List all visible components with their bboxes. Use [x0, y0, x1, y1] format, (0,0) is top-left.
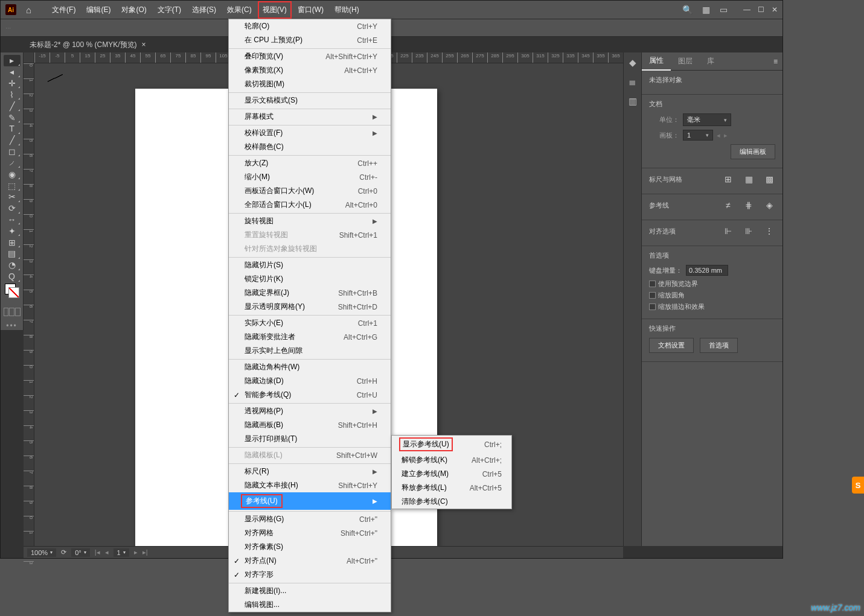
unit-dropdown[interactable]: 毫米▾ [683, 113, 731, 126]
rotate-icon[interactable]: ⟳ [61, 548, 66, 556]
menu-对象[interactable]: 对象(O) [117, 1, 151, 19]
guides-toggle-icon[interactable]: ≠ [722, 199, 734, 211]
menu-item[interactable]: 校样颜色(C) [229, 140, 391, 154]
zoom-dropdown[interactable]: 100%▾ [27, 548, 56, 557]
document-setup-button[interactable]: 文档设置 [649, 338, 694, 353]
prev-page-icon[interactable]: ◂ [105, 548, 109, 556]
ruler-icon[interactable]: ⊞ [722, 173, 734, 185]
tool-1[interactable]: ◂ [4, 66, 21, 78]
edit-artboard-button[interactable]: 编辑画板 [731, 144, 775, 159]
tool-19[interactable]: Q [4, 271, 21, 282]
menu-item[interactable]: 实际大小(E)Ctrl+1 [229, 315, 391, 330]
align-opt3-icon[interactable]: ⋮ [763, 225, 775, 237]
menu-item[interactable]: 显示网格(G)Ctrl+" [229, 511, 391, 526]
transparency-icon[interactable]: ▩ [763, 173, 775, 185]
ruler-vertical[interactable]: 0123456789012345678901234567890123 [24, 63, 34, 546]
menu-item[interactable]: 放大(Z)Ctrl++ [229, 155, 391, 170]
keyboard-increment-input[interactable] [686, 265, 728, 276]
preferences-button[interactable]: 首选项 [700, 338, 738, 353]
menu-item[interactable]: 在 CPU 上预览(P)Ctrl+E [229, 33, 391, 47]
menu-编辑[interactable]: 编辑(E) [82, 1, 115, 19]
frame-icon[interactable]: ▭ [720, 5, 728, 14]
tool-18[interactable]: ◔ [4, 259, 21, 271]
menu-item[interactable]: 显示打印拼贴(T) [229, 432, 391, 446]
minimize-button[interactable]: ― [743, 5, 750, 14]
scale-corners-checkbox[interactable]: 缩放圆角 [649, 291, 775, 300]
menu-item[interactable]: 隐藏定界框(J)Shift+Ctrl+B [229, 286, 391, 300]
tab-properties[interactable]: 属性 [642, 52, 671, 71]
menu-item[interactable]: 显示透明度网格(Y)Shift+Ctrl+D [229, 300, 391, 314]
menu-item[interactable]: 隐藏画板(B)Shift+Ctrl+H [229, 418, 391, 432]
fill-stroke-swatch[interactable] [4, 282, 21, 305]
tool-14[interactable]: ↔ [4, 214, 21, 226]
guides-lock-icon[interactable]: ⋕ [743, 199, 755, 211]
menu-item[interactable]: 裁切视图(M) [229, 77, 391, 91]
tool-16[interactable]: ⊞ [4, 237, 21, 248]
menu-item[interactable]: 缩小(M)Ctrl+- [229, 170, 391, 184]
menu-视图[interactable]: 视图(V) [258, 1, 292, 19]
next-page-icon[interactable]: ▸ [134, 548, 138, 556]
snap-icon[interactable]: ◈ [763, 199, 775, 211]
next-artboard-icon[interactable]: ▸ [724, 132, 728, 139]
menu-item[interactable]: 参考线(U)▶ [229, 492, 391, 510]
libraries-strip-icon[interactable]: ▥ [629, 96, 637, 107]
preview-bounds-checkbox[interactable]: 使用预览边界 [649, 279, 775, 288]
menu-item[interactable]: 锁定切片(K) [229, 272, 391, 286]
tab-libraries[interactable]: 库 [700, 52, 722, 70]
menu-item[interactable]: 隐藏边缘(D)Ctrl+H [229, 374, 391, 388]
arrange-icon[interactable]: ▦ [702, 5, 710, 14]
document-tab[interactable]: 未标题-2* @ 100 % (CMYK/预览) × [24, 37, 152, 52]
submenu-item[interactable]: 显示参考线(U)Ctrl+; [392, 436, 511, 453]
layers-strip-icon[interactable]: ≣ [629, 77, 636, 87]
submenu-item[interactable]: 释放参考线(L)Alt+Ctrl+5 [392, 481, 511, 495]
tool-15[interactable]: ✦ [4, 225, 21, 237]
prev-artboard-icon[interactable]: ◂ [717, 132, 720, 139]
tool-11[interactable]: ⬚ [4, 180, 21, 191]
page-dropdown[interactable]: 1▾ [114, 548, 129, 557]
path-object[interactable] [48, 68, 63, 89]
submenu-item[interactable]: 建立参考线(M)Ctrl+5 [392, 467, 511, 481]
sogou-ime-icon[interactable]: S [852, 477, 864, 494]
menu-窗口[interactable]: 窗口(W) [293, 1, 328, 19]
menu-item[interactable]: 对齐像素(S) [229, 540, 391, 554]
menu-item[interactable]: 隐藏文本串接(H)Shift+Ctrl+Y [229, 478, 391, 492]
tool-17[interactable]: ▤ [4, 248, 21, 259]
menu-选择[interactable]: 选择(S) [187, 1, 221, 19]
menu-item[interactable]: 像素预览(X)Alt+Ctrl+Y [229, 63, 391, 77]
menu-item[interactable]: 智能参考线(Q)Ctrl+U [229, 388, 391, 402]
tool-9[interactable]: ⟋ [4, 157, 21, 168]
menu-效果[interactable]: 效果(C) [222, 1, 257, 19]
tool-12[interactable]: ✂ [4, 191, 21, 203]
align-opt1-icon[interactable]: ⊩ [722, 225, 734, 237]
last-page-icon[interactable]: ▸| [142, 548, 148, 556]
menu-item[interactable]: 隐藏边角构件(W) [229, 359, 391, 374]
menu-item[interactable]: 新建视图(I)... [229, 583, 391, 598]
tool-2[interactable]: ✛ [4, 78, 21, 89]
menu-文件[interactable]: 文件(F) [47, 1, 80, 19]
tab-layers[interactable]: 图层 [671, 52, 700, 70]
toolbar-more-icon[interactable]: ••• [6, 322, 18, 330]
menu-item[interactable]: 校样设置(F)▶ [229, 125, 391, 140]
home-icon[interactable]: ⌂ [26, 5, 31, 15]
menu-item[interactable]: 对齐网格Shift+Ctrl+" [229, 526, 391, 540]
maximize-button[interactable]: ☐ [758, 5, 764, 14]
menu-item[interactable]: 透视网格(P)▶ [229, 403, 391, 418]
menu-文字[interactable]: 文字(T) [153, 1, 186, 19]
first-page-icon[interactable]: |◂ [95, 548, 100, 556]
menu-帮助[interactable]: 帮助(H) [330, 1, 364, 19]
menu-item[interactable]: 对齐点(N)Alt+Ctrl+" [229, 554, 391, 568]
tool-3[interactable]: ⌇ [4, 89, 21, 100]
search-icon[interactable]: 🔍 [682, 5, 693, 14]
submenu-item[interactable]: 解锁参考线(K)Alt+Ctrl+; [392, 453, 511, 467]
tool-13[interactable]: ⟳ [4, 203, 21, 214]
tool-4[interactable]: ╱ [4, 100, 21, 112]
tool-10[interactable]: ◉ [4, 168, 21, 180]
grid-icon[interactable]: ▦ [743, 173, 755, 185]
tool-6[interactable]: T [4, 123, 21, 135]
ruler-corner[interactable] [24, 52, 34, 63]
tool-5[interactable]: ✎ [4, 112, 21, 123]
tool-0[interactable]: ▸ [4, 55, 21, 66]
scale-strokes-checkbox[interactable]: 缩放描边和效果 [649, 302, 775, 311]
menu-item[interactable]: 全部适合窗口大小(L)Alt+Ctrl+0 [229, 198, 391, 212]
menu-item[interactable]: 显示实时上色间隙 [229, 344, 391, 358]
